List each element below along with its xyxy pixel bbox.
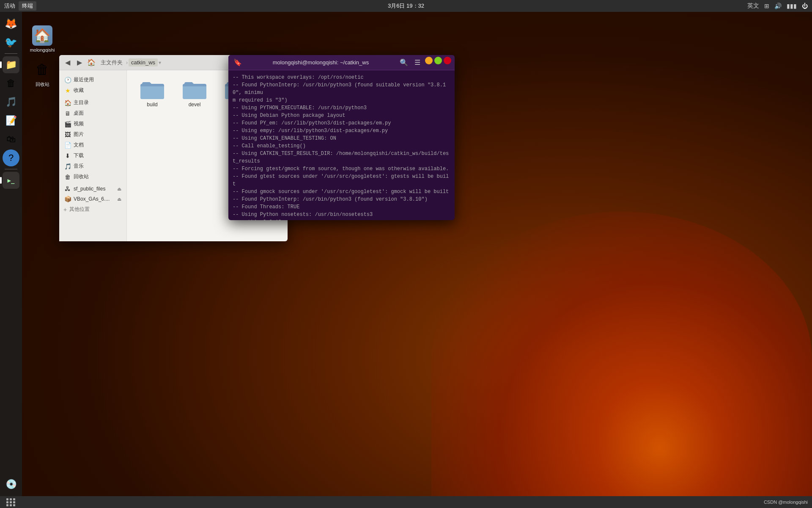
settings-icon[interactable]: ⏻ xyxy=(802,3,808,9)
dock-terminal[interactable]: ▶_ xyxy=(3,172,19,189)
fm-sidebar-vbox[interactable]: 📦 VBox_GAs_6.... ⏏ xyxy=(59,194,126,204)
battery-icon[interactable]: ▮▮▮ xyxy=(787,3,797,9)
terminal-task-label[interactable]: 终端 xyxy=(19,1,36,11)
other-locations-label: 其他位置 xyxy=(69,206,90,213)
dock-software[interactable]: 🛍 xyxy=(3,131,19,148)
recent-label: 最近使用 xyxy=(74,76,94,83)
trash-icon: 🗑 xyxy=(32,59,52,80)
terminal-search-button[interactable]: 🔍 xyxy=(398,57,410,69)
folder-devel-icon xyxy=(183,79,206,99)
taskbar-bottom-left xyxy=(4,497,18,507)
terminal-bookmark-button[interactable]: 🔖 xyxy=(232,57,244,69)
fm-breadcrumb-sep: › xyxy=(126,60,128,66)
fm-forward-button[interactable]: ▶ xyxy=(74,58,85,68)
fm-sidebar-trash[interactable]: 🗑 回收站 xyxy=(59,171,126,182)
terminal-line: m required is "3") xyxy=(233,97,450,104)
activities-button[interactable]: 活动 xyxy=(4,2,15,10)
taskbar-top-left: 活动 终端 xyxy=(4,1,36,11)
dock-disc[interactable]: 💿 xyxy=(3,476,19,493)
fm-sidebar-recents-section: 🕐 最近使用 ★ 收藏 xyxy=(59,74,126,97)
fm-sidebar-downloads[interactable]: ⬇ 下载 xyxy=(59,150,126,161)
taskbar-top: 活动 终端 3月6日 19：32 英文 ⊞ 🔊 ▮▮▮ ⏻ xyxy=(0,0,812,12)
network-icon[interactable]: ⊞ xyxy=(764,3,769,9)
terminal-toolbar-buttons: 🔍 ☰ _ □ ✕ xyxy=(398,57,451,69)
apps-grid-icon xyxy=(6,498,16,506)
fm-sidebar: 🕐 最近使用 ★ 收藏 🏠 主目录 🖥 桌面 🎬 xyxy=(59,70,127,241)
terminal-body[interactable]: -- This workspace overlays: /opt/ros/noe… xyxy=(228,70,455,220)
fm-back-button[interactable]: ◀ xyxy=(63,58,73,68)
terminal-line: -- Call enable_testing() xyxy=(233,142,450,150)
fm-folder-build[interactable]: build xyxy=(135,79,169,108)
fm-sidebar-videos[interactable]: 🎬 视频 xyxy=(59,119,126,129)
fm-sidebar-home[interactable]: 🏠 主目录 xyxy=(59,97,126,108)
dock-thunderbird[interactable]: 🐦 xyxy=(3,34,19,51)
folder-build-label: build xyxy=(147,102,157,108)
fm-folder-devel[interactable]: devel xyxy=(178,79,211,108)
terminal-close-button[interactable]: ✕ xyxy=(444,57,451,64)
terminal-line: -- Forcing gtest/gmock from source, thou… xyxy=(233,165,450,173)
fm-breadcrumb-home[interactable]: 主文件夹 xyxy=(98,58,125,67)
dock-help[interactable]: ? xyxy=(3,149,19,166)
sf-public-eject[interactable]: ⏏ xyxy=(117,186,121,192)
fm-sidebar-sf-public[interactable]: 🖧 sf_public_files ⏏ xyxy=(59,184,126,194)
desktop-icon-home[interactable]: 🏠 molongqishi xyxy=(25,25,59,52)
input-method-indicator[interactable]: 英文 xyxy=(747,2,759,10)
dock-rhythmbox[interactable]: 🎵 xyxy=(3,94,19,110)
terminal-line: -- This workspace overlays: /opt/ros/noe… xyxy=(233,74,450,81)
desktop-artwork xyxy=(431,212,812,508)
terminal-maximize-button[interactable]: □ xyxy=(434,57,442,64)
pictures-label: 图片 xyxy=(74,131,84,138)
terminal-line: -- Using Debian Python package layout xyxy=(233,112,450,119)
fm-sidebar-documents[interactable]: 📄 文档 xyxy=(59,140,126,150)
desktop-icon-trash[interactable]: 🗑 回收站 xyxy=(25,59,59,88)
home-folder-label: molongqishi xyxy=(30,47,55,52)
csdn-watermark: CSDN @molongqishi xyxy=(764,500,808,505)
fm-sidebar-recent[interactable]: 🕐 最近使用 xyxy=(59,75,126,85)
home-dir-label: 主目录 xyxy=(74,99,89,106)
dock-files[interactable]: 📁 xyxy=(3,56,19,73)
music-label: 音乐 xyxy=(74,163,84,170)
taskbar-top-right: 英文 ⊞ 🔊 ▮▮▮ ⏻ xyxy=(747,2,808,10)
vbox-icon: 📦 xyxy=(64,196,71,202)
vbox-label: VBox_GAs_6.... xyxy=(74,196,110,202)
network-drive-icon: 🖧 xyxy=(64,185,71,192)
documents-icon: 📄 xyxy=(64,142,71,149)
terminal-line: -- Found PythonInterp: /usr/bin/python3 … xyxy=(233,196,450,203)
terminal-title: molongqishi@molongqishi: ~/catkin_ws xyxy=(246,59,395,66)
fm-breadcrumb-dropdown-arrow[interactable]: ▾ xyxy=(159,60,161,66)
terminal-line: -- Using CATKIN_TEST_RESULTS_DIR: /home/… xyxy=(233,150,450,165)
volume-icon[interactable]: 🔊 xyxy=(774,3,782,9)
taskbar-datetime[interactable]: 3月6日 19：32 xyxy=(388,2,424,10)
music-icon: 🎵 xyxy=(64,163,71,170)
folder-build-icon xyxy=(140,79,164,99)
show-apps-button[interactable] xyxy=(4,497,18,507)
vbox-eject[interactable]: ⏏ xyxy=(117,196,121,202)
terminal-line: -- Using empy: /usr/lib/python3/dist-pac… xyxy=(233,127,450,135)
dock-separator-1 xyxy=(5,53,17,54)
fm-home-button[interactable]: 🏠 xyxy=(86,58,96,68)
terminal-line: -- Found PY_em: /usr/lib/python3/dist-pa… xyxy=(233,119,450,127)
trash-sm-icon: 🗑 xyxy=(64,174,71,180)
fm-sidebar-places-section: 🏠 主目录 🖥 桌面 🎬 视频 🖼 图片 📄 文档 xyxy=(59,97,126,183)
star-icon: ★ xyxy=(64,87,71,94)
terminal-menu-button[interactable]: ☰ xyxy=(411,57,423,69)
fm-sidebar-desktop[interactable]: 🖥 桌面 xyxy=(59,108,126,119)
starred-label: 收藏 xyxy=(74,87,84,94)
add-location-icon: + xyxy=(63,206,67,213)
terminal-minimize-button[interactable]: _ xyxy=(425,57,433,64)
fm-sidebar-devices-section: 🖧 sf_public_files ⏏ 📦 VBox_GAs_6.... ⏏ +… xyxy=(59,183,126,215)
fm-sidebar-music[interactable]: 🎵 音乐 xyxy=(59,161,126,171)
dock-trash[interactable]: 🗑 xyxy=(3,75,19,92)
fm-sidebar-starred[interactable]: ★ 收藏 xyxy=(59,85,126,96)
fm-breadcrumb-catkin[interactable]: catkin_ws xyxy=(129,58,158,66)
terminal-window: 🔖 molongqishi@molongqishi: ~/catkin_ws 🔍… xyxy=(228,55,455,220)
dock-firefox[interactable]: 🦊 xyxy=(3,15,19,32)
fm-sidebar-other-locations[interactable]: + 其他位置 xyxy=(59,204,126,215)
terminal-line: -- catkin 0.8.10 xyxy=(233,218,450,220)
recent-icon: 🕐 xyxy=(64,77,71,83)
dock: 🦊 🐦 📁 🗑 🎵 📝 🛍 ? ▶_ 💿 xyxy=(0,12,22,496)
fm-sidebar-pictures[interactable]: 🖼 图片 xyxy=(59,129,126,140)
home-folder-icon: 🏠 xyxy=(32,25,52,46)
desktop-label: 桌面 xyxy=(74,110,84,117)
dock-writer[interactable]: 📝 xyxy=(3,112,19,129)
